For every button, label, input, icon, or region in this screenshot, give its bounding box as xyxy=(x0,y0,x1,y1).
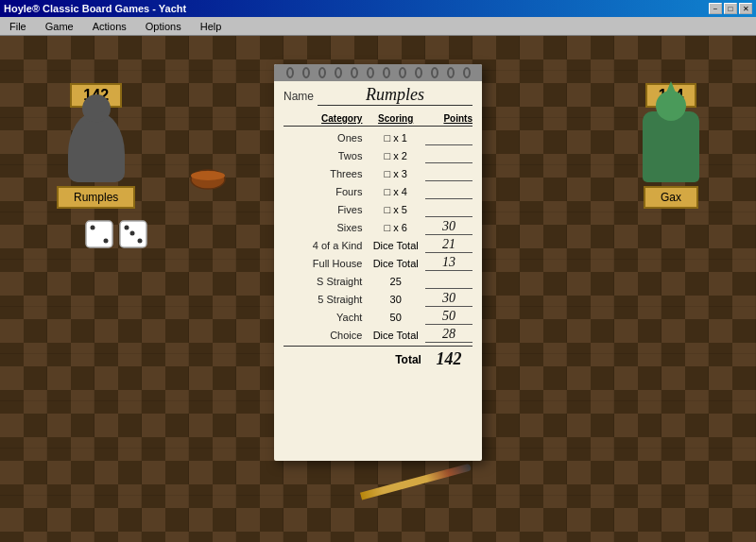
game-piece xyxy=(189,168,227,191)
row-scoring-10: 50 xyxy=(366,312,425,323)
svg-point-1 xyxy=(91,226,95,230)
svg-point-6 xyxy=(138,239,143,244)
maximize-button[interactable]: □ xyxy=(724,3,737,14)
header-category: Category xyxy=(284,113,366,124)
header-scoring: Scoring xyxy=(366,113,425,124)
score-table: Category Scoring Points Ones□ x 1 Twos□ … xyxy=(284,113,472,369)
row-scoring-7: Dice Total xyxy=(366,258,425,269)
spiral-loop xyxy=(335,67,342,78)
svg-point-5 xyxy=(130,231,135,236)
row-points-3 xyxy=(425,183,472,199)
score-row-5[interactable]: Sixes□ x 630 xyxy=(284,218,472,236)
row-category-4: Fives xyxy=(284,204,366,215)
row-points-5: 30 xyxy=(425,219,472,235)
die1[interactable] xyxy=(85,220,115,250)
spiral-loop xyxy=(463,67,471,78)
spiral-loop xyxy=(302,67,310,78)
spiral-loop xyxy=(367,67,374,78)
spiral-loop xyxy=(351,67,358,78)
score-row-7[interactable]: Full HouseDice Total13 xyxy=(284,254,472,272)
game-area: 142 Rumples 104 Gax xyxy=(0,36,756,542)
player1-avatar xyxy=(68,111,125,182)
row-points-8 xyxy=(425,273,472,289)
row-points-0 xyxy=(425,129,472,145)
menu-options[interactable]: Options xyxy=(140,19,187,34)
score-row-9[interactable]: 5 Straight3030 xyxy=(284,290,472,308)
score-row-1[interactable]: Twos□ x 2 xyxy=(284,146,472,164)
row-category-5: Sixes xyxy=(284,222,366,233)
player2-name: Gax xyxy=(644,186,698,209)
row-scoring-0: □ x 1 xyxy=(366,132,425,144)
spiral-loop xyxy=(399,67,406,78)
title-bar: Hoyle® Classic Board Games - Yacht − □ ✕ xyxy=(0,0,756,17)
row-category-6: 4 of a Kind xyxy=(284,240,366,251)
pencil xyxy=(360,464,472,500)
menu-help[interactable]: Help xyxy=(195,19,228,34)
row-points-7: 13 xyxy=(425,255,472,271)
score-row-6[interactable]: 4 of a KindDice Total21 xyxy=(284,236,472,254)
row-points-2 xyxy=(425,165,472,181)
player2-panel: 104 Gax xyxy=(643,83,699,209)
menu-game[interactable]: Game xyxy=(40,19,79,34)
row-category-2: Threes xyxy=(284,168,366,179)
minimize-button[interactable]: − xyxy=(709,3,722,14)
row-points-1 xyxy=(425,147,472,163)
row-category-11: Choice xyxy=(284,330,366,341)
header-points: Points xyxy=(425,113,472,124)
menu-file[interactable]: File xyxy=(4,19,32,34)
row-category-9: 5 Straight xyxy=(284,294,366,305)
row-scoring-6: Dice Total xyxy=(366,240,425,251)
scorepad: Name Rumples Category Scoring Points One… xyxy=(274,64,482,461)
svg-rect-0 xyxy=(86,221,112,247)
row-points-6: 21 xyxy=(425,237,472,253)
row-points-9: 30 xyxy=(425,291,472,307)
svg-point-19 xyxy=(191,171,225,180)
row-category-10: Yacht xyxy=(284,312,366,323)
row-category-7: Full House xyxy=(284,258,366,269)
score-row-3[interactable]: Fours□ x 4 xyxy=(284,182,472,200)
score-row-4[interactable]: Fives□ x 5 xyxy=(284,200,472,218)
window-title: Hoyle® Classic Board Games - Yacht xyxy=(4,3,186,14)
row-scoring-2: □ x 3 xyxy=(366,168,425,179)
row-scoring-9: 30 xyxy=(366,294,425,305)
spiral-loop xyxy=(431,67,438,78)
row-scoring-3: □ x 4 xyxy=(366,186,425,197)
row-category-0: Ones xyxy=(284,132,366,144)
score-row-8[interactable]: S Straight25 xyxy=(284,272,472,290)
row-category-8: S Straight xyxy=(284,276,366,287)
player2-avatar xyxy=(643,111,699,182)
spiral-loop xyxy=(286,67,294,78)
score-rows-container: Ones□ x 1 Twos□ x 2 Threes□ x 3 Fours□ x… xyxy=(284,128,472,344)
window-controls: − □ ✕ xyxy=(709,3,752,14)
row-category-3: Fours xyxy=(284,186,366,197)
menu-bar: File Game Actions Options Help xyxy=(0,17,756,36)
total-label: Total xyxy=(284,353,425,366)
score-row-2[interactable]: Threes□ x 3 xyxy=(284,164,472,182)
die2[interactable] xyxy=(119,220,149,250)
row-scoring-11: Dice Total xyxy=(366,330,425,341)
total-row: Total 142 xyxy=(284,346,472,369)
score-table-header: Category Scoring Points xyxy=(284,113,472,127)
spiral-loop xyxy=(318,67,326,78)
svg-point-2 xyxy=(104,239,109,244)
name-line: Name Rumples xyxy=(284,85,472,106)
name-label: Name xyxy=(284,90,314,103)
row-points-10: 50 xyxy=(425,309,472,325)
player1-name: Rumples xyxy=(57,186,135,209)
row-points-4 xyxy=(425,201,472,217)
score-row-10[interactable]: Yacht5050 xyxy=(284,308,472,326)
svg-point-4 xyxy=(125,226,129,230)
score-row-0[interactable]: Ones□ x 1 xyxy=(284,128,472,146)
row-scoring-8: 25 xyxy=(366,276,425,287)
close-button[interactable]: ✕ xyxy=(739,3,752,14)
player-name-display: Rumples xyxy=(318,85,472,106)
row-points-11: 28 xyxy=(425,327,472,343)
spiral-binding xyxy=(274,64,482,81)
spiral-loop xyxy=(447,67,455,78)
total-value: 142 xyxy=(425,349,472,369)
row-category-1: Twos xyxy=(284,150,366,161)
row-scoring-5: □ x 6 xyxy=(366,222,425,233)
score-row-11[interactable]: ChoiceDice Total28 xyxy=(284,326,472,344)
row-scoring-4: □ x 5 xyxy=(366,204,425,215)
menu-actions[interactable]: Actions xyxy=(87,19,132,34)
